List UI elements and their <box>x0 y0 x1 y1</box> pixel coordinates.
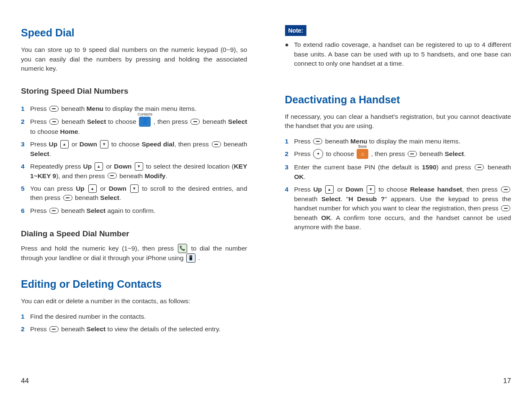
storing-step-4: Repeatedly press Up ▴ or Down ▾ to selec… <box>30 162 247 181</box>
nav-key-icon: ✦ <box>313 149 323 159</box>
left-column: Speed Dial You can store up to 9 speed d… <box>13 17 266 391</box>
softkey-icon <box>108 173 117 179</box>
heading-deactivating: Deactivating a Handset <box>285 92 511 107</box>
list-number: 5 <box>21 184 30 203</box>
down-key-icon: ▾ <box>135 162 143 171</box>
storing-step-3: Press Up ▴ or Down ▾ to choose Speed dia… <box>30 140 247 159</box>
list-number: 2 <box>21 325 30 334</box>
deact-step-3: Enter the current base PIN (the default … <box>294 163 511 182</box>
storing-list: 1 Press beneath Menu to display the main… <box>21 101 247 219</box>
call-key-icon: 📞 <box>178 244 187 253</box>
note-label: Note: <box>285 25 307 36</box>
storing-step-6: Press beneath Select again to confirm. <box>30 206 247 215</box>
softkey-icon <box>408 151 417 157</box>
heading-speed-dial: Speed Dial <box>21 25 247 40</box>
editing-list: 1 Find the desired number in the contact… <box>21 309 247 338</box>
intro-editing: You can edit or delete a number in the c… <box>21 297 247 306</box>
list-number: 4 <box>285 185 294 232</box>
edit-step-1: Find the desired number in the contacts. <box>30 312 247 321</box>
page-number-left: 44 <box>21 376 247 386</box>
intro-speed-dial: You can store up to 9 speed dial numbers… <box>21 45 247 73</box>
softkey-icon <box>501 187 510 192</box>
up-key-icon: ▴ <box>325 185 334 194</box>
down-key-icon: ▾ <box>367 185 375 194</box>
softkey-icon <box>49 326 59 332</box>
list-number: 4 <box>21 162 30 181</box>
list-number: 6 <box>21 206 30 215</box>
intro-deactivating: If necessary, you can clear a handset's … <box>285 112 511 131</box>
softkey-icon <box>190 119 200 125</box>
softkey-icon <box>475 164 484 170</box>
softkey-icon <box>63 195 72 201</box>
storing-step-2: Press beneath Select to choose Contacts👤… <box>30 117 247 136</box>
deact-step-4: Press Up ▴ or Down ▾ to choose Release h… <box>294 185 511 232</box>
heading-editing: Editing or Deleting Contacts <box>21 276 247 292</box>
softkey-icon <box>313 138 322 144</box>
contacts-icon: 👤 <box>139 117 151 127</box>
subheading-dialing: Dialing a Speed Dial Number <box>21 228 247 240</box>
list-number: 1 <box>285 137 294 146</box>
softkey-icon <box>501 205 510 211</box>
list-number: 1 <box>21 312 30 321</box>
softkey-icon <box>49 119 59 125</box>
deact-list: 1 Press beneath Menu to display the main… <box>285 133 511 235</box>
mobile-key-icon: 📱 <box>186 253 195 263</box>
edit-step-2: Press beneath Select to view the details… <box>30 325 247 334</box>
list-number: 2 <box>21 117 30 136</box>
dialing-text: Press and hold the numeric key (1~9), th… <box>21 244 247 263</box>
right-column: Note: ● To extend radio coverage, a hand… <box>266 17 520 391</box>
list-number: 3 <box>21 140 30 159</box>
note-text: To extend radio coverage, a handset can … <box>294 40 511 68</box>
page-number-right: 17 <box>285 376 511 386</box>
up-key-icon: ▴ <box>88 184 97 193</box>
up-key-icon: ▴ <box>95 162 103 171</box>
down-key-icon: ▾ <box>100 140 108 148</box>
list-number: 3 <box>285 163 294 182</box>
list-number: 1 <box>21 104 30 113</box>
note-list: ● To extend radio coverage, a handset ca… <box>285 40 511 68</box>
deact-step-1: Press beneath Menu to display the main m… <box>294 137 511 146</box>
storing-step-5: You can press Up ▴ or Down ▾ to scroll t… <box>30 184 247 203</box>
list-number: 2 <box>285 149 294 159</box>
softkey-icon <box>49 208 59 214</box>
softkey-icon <box>212 141 221 147</box>
base-icon: ⌂ <box>357 149 368 159</box>
deact-step-2: Press ✦ to choose Base⌂ , then press ben… <box>294 149 511 159</box>
up-key-icon: ▴ <box>60 140 69 148</box>
softkey-icon <box>49 106 59 112</box>
bullet-icon: ● <box>285 40 294 68</box>
subheading-storing: Storing Speed Dial Numbers <box>21 85 247 97</box>
down-key-icon: ▾ <box>130 184 139 193</box>
